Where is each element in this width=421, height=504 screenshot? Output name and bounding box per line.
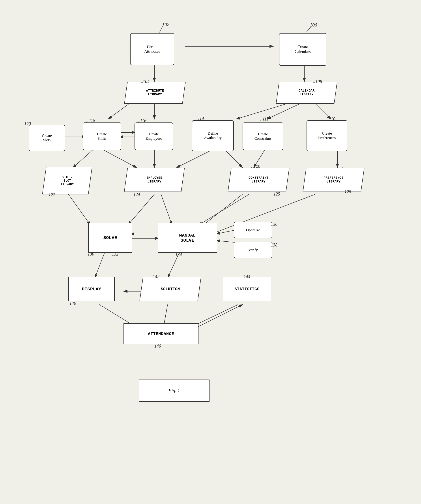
svg-line-12 <box>104 150 137 168</box>
attendance-label: ATTENDANCE <box>148 331 174 336</box>
ref-108-arrow: ⌐ <box>313 81 315 84</box>
ref-128-arrow: ⌐ <box>342 165 344 169</box>
ref-146: 146 <box>154 344 161 349</box>
display-box: DISPLAY <box>68 277 115 301</box>
svg-line-9 <box>315 104 331 119</box>
ref-130: 130 <box>88 252 94 257</box>
attribute-library-box: ATTRIBUTELIBRARY <box>124 82 186 104</box>
svg-line-11 <box>73 150 93 168</box>
optimize-label: Optimize <box>246 228 260 232</box>
svg-line-30 <box>95 249 106 278</box>
svg-line-7 <box>236 104 287 119</box>
manual-solve-box: MANUAL SOLVE <box>158 223 217 253</box>
ref-126: 126 <box>254 164 260 169</box>
verify-label: Verify <box>248 248 258 252</box>
ref-112-arrow: ⌐ <box>260 118 262 122</box>
ref-102: 102 <box>162 22 169 27</box>
svg-line-14 <box>176 150 212 168</box>
solve-box: SOLVE <box>88 223 132 253</box>
ref-132: 132 <box>112 252 119 257</box>
define-availability-label: Define Availability <box>204 131 222 140</box>
ref-124: 124 <box>133 192 140 197</box>
ref-122: 122 <box>48 192 55 198</box>
shift-slot-library-label: SHIFT/SLOTLIBRARY <box>61 175 74 186</box>
create-preferences-label: Create Preferences <box>318 131 336 140</box>
ref-140: 140 <box>70 301 76 306</box>
ref-142-arrow: ⌐ <box>151 275 153 279</box>
optimize-box: Optimize <box>234 222 272 238</box>
constraint-library-box: CONSTRAINTLIBRARY <box>228 168 289 192</box>
employee-library-label: EMPLOYEELIBRARY <box>146 176 162 184</box>
statistics-label: STATISTICS <box>234 287 259 291</box>
ref-134: 134 <box>175 252 182 257</box>
create-calendars-label: Create Calendars <box>295 45 311 54</box>
svg-line-15 <box>225 150 243 168</box>
ref-146-arrow: ⌐ <box>152 345 154 349</box>
svg-line-23 <box>198 194 249 225</box>
calendar-library-label: CALENDARLIBRARY <box>299 89 314 96</box>
create-slots-box: Create Slots <box>29 125 65 151</box>
svg-line-22 <box>161 194 172 225</box>
create-constraints-box: Create Constraints <box>243 122 283 150</box>
ref-142: 142 <box>153 274 160 279</box>
create-attributes-label: Create Attributes <box>144 45 160 54</box>
create-calendars-box: Create Calendars <box>279 33 326 66</box>
statistics-box: STATISTICS <box>223 277 271 301</box>
ref-144: 144 <box>244 274 250 279</box>
svg-line-8 <box>267 104 300 119</box>
create-shifts-label: Create Shifts <box>97 132 107 141</box>
ref-128: 128 <box>344 189 351 194</box>
svg-line-38 <box>194 305 243 329</box>
define-availability-box: Define Availability <box>192 120 234 151</box>
ref-110-arrow: ⌐ <box>327 118 329 122</box>
ref-138: 138 <box>271 242 278 248</box>
create-slots-label: Create Slots <box>42 133 52 142</box>
ref-126-arrow: ⌐ <box>251 165 253 169</box>
ref-112: 112 <box>262 116 269 122</box>
ref-114: 114 <box>198 116 204 122</box>
create-employees-label: Create Employees <box>146 132 162 141</box>
svg-line-21 <box>128 194 154 225</box>
create-attributes-box: Create Attributes <box>130 33 174 65</box>
calendar-library-box: CALENDARLIBRARY <box>276 82 338 104</box>
fig1-label: Fig. 1 <box>168 388 180 393</box>
ref-120: 120 <box>24 121 31 126</box>
ref-116: 116 <box>140 118 146 123</box>
ref-104: 104 <box>143 79 149 84</box>
ref-104-arrow: ⌐ <box>141 81 143 84</box>
ref-114-arrow: ⌐ <box>195 118 197 122</box>
attribute-library-label: ATTRIBUTELIBRARY <box>146 89 164 96</box>
create-shifts-box: Create Shifts <box>83 122 121 150</box>
ref-136: 136 <box>271 222 278 227</box>
attendance-box: ATTENDANCE <box>124 323 198 344</box>
diagram-container: Create Attributes 102 ⌐ Create Calendars… <box>0 0 421 504</box>
employee-library-box: EMPLOYEELIBRARY <box>124 168 184 192</box>
ref-116-arrow: ⌐ <box>138 120 140 124</box>
ref-118: 118 <box>89 118 95 123</box>
fig1-box: Fig. 1 <box>139 379 209 402</box>
solution-box: SOLUTION <box>139 277 201 301</box>
verify-box: Verify <box>234 242 272 258</box>
constraint-library-label: CONSTRAINTLIBRARY <box>249 176 268 184</box>
display-label: DISPLAY <box>82 287 101 292</box>
svg-line-20 <box>68 194 90 225</box>
create-constraints-label: Create Constraints <box>255 132 272 141</box>
ref-102-arrow: ⌐ <box>154 24 157 29</box>
ref-108: 108 <box>315 79 322 84</box>
shift-slot-library-box: SHIFT/SLOTLIBRARY <box>42 167 92 194</box>
ref-110: 110 <box>329 116 335 122</box>
create-preferences-box: Create Preferences <box>307 120 347 151</box>
preference-library-label: PREFERENCELIBRARY <box>324 176 343 184</box>
solve-label: SOLVE <box>103 235 117 240</box>
manual-solve-label: MANUAL SOLVE <box>179 233 196 243</box>
ref-106: 106 <box>310 22 317 28</box>
ref-118-arrow: ⌐ <box>86 120 89 124</box>
ref-125: 125 <box>273 192 280 197</box>
create-employees-box: Create Employees <box>135 122 173 150</box>
preference-library-box: PREFERENCELIBRARY <box>302 168 364 192</box>
solution-label: SOLUTION <box>161 287 180 291</box>
ref-144-arrow: ⌐ <box>242 275 244 279</box>
